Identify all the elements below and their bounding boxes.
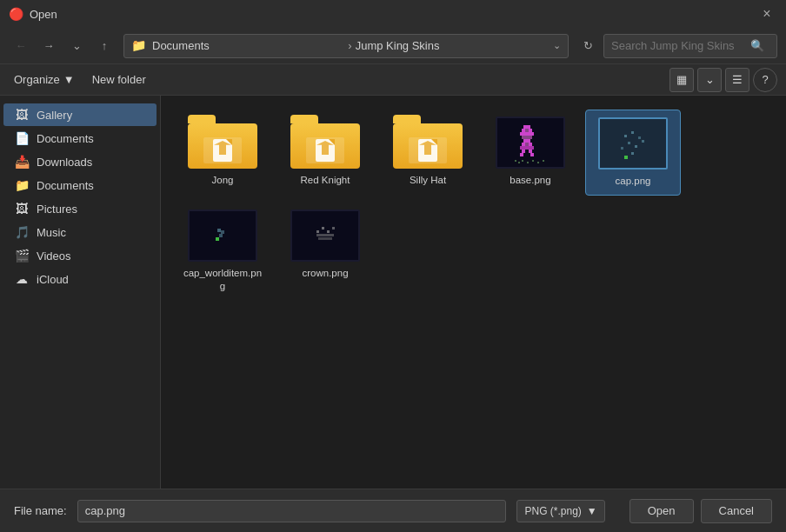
sidebar-item-downloads[interactable]: 📥 Downloads 📌: [3, 150, 157, 173]
forward-button[interactable]: →: [37, 34, 61, 58]
folder-icon-silly-hat: [393, 116, 463, 169]
svg-rect-45: [221, 230, 224, 234]
file-name-input[interactable]: [77, 500, 507, 522]
file-item-red-knight[interactable]: Red Knight: [277, 110, 373, 196]
svg-rect-13: [523, 139, 527, 143]
file-item-silly-hat[interactable]: Silly Hat: [380, 110, 476, 196]
svg-rect-8: [527, 132, 530, 136]
search-input[interactable]: [611, 39, 750, 52]
file-item-jong[interactable]: Jong: [175, 110, 270, 196]
address-dropdown-icon[interactable]: ⌄: [553, 40, 561, 51]
file-name-red-knight: Red Knight: [301, 174, 350, 187]
file-type-chevron-icon: ▼: [587, 505, 597, 517]
svg-rect-3: [522, 129, 525, 132]
file-name-base-png: base.png: [510, 174, 550, 187]
svg-rect-26: [515, 160, 516, 162]
view-layout-button[interactable]: ▦: [669, 68, 694, 92]
file-type-dropdown[interactable]: PNG (*.png) ▼: [516, 500, 604, 522]
sidebar-label-gallery: Gallery: [37, 109, 150, 122]
svg-rect-46: [219, 234, 223, 237]
svg-rect-2: [527, 125, 530, 129]
svg-rect-27: [518, 162, 520, 163]
svg-rect-12: [529, 136, 532, 139]
help-button[interactable]: ?: [753, 68, 777, 92]
documents2-icon: 📁: [14, 178, 30, 192]
sidebar-label-videos: Videos: [37, 249, 130, 263]
view-controls: ▦ ⌄ ☰ ?: [669, 68, 777, 92]
close-button[interactable]: ×: [756, 3, 777, 24]
sidebar-item-documents2[interactable]: 📁 Documents 📌: [3, 174, 157, 196]
svg-rect-4: [525, 129, 529, 132]
svg-rect-1: [523, 125, 527, 129]
recent-button[interactable]: ⌄: [64, 34, 89, 58]
thumbnail-crown-png: [290, 209, 360, 262]
sidebar-item-documents1[interactable]: 📄 Documents 📌: [3, 127, 157, 150]
sidebar-item-pictures[interactable]: 🖼 Pictures 📌: [3, 197, 157, 220]
svg-rect-32: [543, 160, 544, 162]
app-icon: 🔴: [9, 7, 23, 21]
file-name-cap-png: cap.png: [616, 175, 651, 188]
svg-rect-5: [529, 129, 532, 132]
new-folder-button[interactable]: New folder: [87, 70, 151, 90]
view-detail-button[interactable]: ☰: [725, 68, 749, 92]
svg-rect-31: [537, 162, 539, 163]
open-button[interactable]: Open: [629, 499, 694, 523]
documents1-icon: 📄: [14, 131, 30, 145]
view-chevron-button[interactable]: ⌄: [697, 68, 722, 92]
pictures-icon: 🖼: [14, 202, 30, 216]
folder-icon-red-knight: [290, 116, 360, 169]
svg-rect-35: [631, 131, 634, 134]
downloads-icon: 📥: [14, 155, 30, 169]
svg-rect-54: [318, 237, 332, 240]
cancel-button[interactable]: Cancel: [701, 499, 772, 523]
sidebar: 🖼 Gallery 📄 Documents 📌 📥 Downloads 📌 📁 …: [0, 96, 161, 489]
pixel-art-crown: [292, 211, 358, 260]
sidebar-label-documents2: Documents: [37, 179, 130, 192]
svg-rect-39: [621, 147, 623, 150]
svg-rect-30: [532, 160, 534, 162]
search-icon: 🔍: [750, 39, 764, 52]
thumbnail-cap-worlditem: [188, 209, 257, 262]
address-path-jump-king: Jump King Skins: [356, 39, 548, 52]
svg-rect-29: [527, 162, 529, 163]
file-item-cap-png[interactable]: cap.png: [585, 110, 681, 196]
file-name-cap-worlditem: cap_worlditem.png: [182, 267, 263, 293]
svg-rect-10: [522, 136, 525, 139]
file-item-cap-worlditem[interactable]: cap_worlditem.png: [175, 203, 270, 300]
sidebar-label-downloads: Downloads: [37, 156, 130, 169]
title-bar: 🔴 Open ×: [0, 0, 786, 28]
svg-rect-21: [530, 146, 534, 150]
organize-label: Organize: [14, 73, 60, 86]
icloud-icon: ☁: [14, 272, 30, 286]
sidebar-label-documents1: Documents: [37, 132, 130, 145]
sidebar-item-gallery[interactable]: 🖼 Gallery: [3, 103, 157, 126]
svg-rect-22: [522, 150, 525, 153]
gallery-icon: 🖼: [14, 108, 30, 122]
dialog-title: Open: [30, 8, 57, 21]
organize-button[interactable]: Organize ▼: [9, 70, 80, 90]
file-item-crown-png[interactable]: crown.png: [277, 203, 373, 300]
sidebar-item-videos[interactable]: 🎬 Videos 📌: [3, 244, 157, 267]
new-folder-label: New folder: [92, 73, 146, 86]
address-bar[interactable]: 📁 Documents › Jump King Skins ⌄: [123, 34, 569, 58]
bottom-actions: Open Cancel: [629, 499, 772, 523]
svg-rect-38: [635, 145, 637, 148]
folder-icon-jong: [188, 116, 257, 169]
up-button[interactable]: ↑: [92, 34, 117, 58]
svg-rect-15: [522, 143, 525, 146]
refresh-button[interactable]: ↻: [576, 34, 600, 58]
search-box[interactable]: 🔍: [603, 34, 777, 58]
svg-rect-50: [322, 227, 324, 229]
file-item-base-png[interactable]: base.png: [483, 110, 578, 196]
file-name-silly-hat: Silly Hat: [410, 174, 446, 187]
svg-rect-23: [529, 150, 532, 153]
secondary-toolbar: Organize ▼ New folder ▦ ⌄ ☰ ?: [0, 64, 786, 96]
address-separator: ›: [348, 39, 351, 52]
sidebar-item-music[interactable]: 🎵 Music 📌: [3, 221, 157, 243]
back-button[interactable]: ←: [9, 34, 33, 58]
sidebar-label-icloud: iCloud: [37, 273, 130, 286]
svg-rect-34: [624, 135, 627, 137]
sidebar-label-pictures: Pictures: [37, 203, 130, 216]
sidebar-item-icloud[interactable]: ☁ iCloud 📌: [3, 268, 157, 290]
address-path-documents: Documents: [152, 39, 344, 52]
